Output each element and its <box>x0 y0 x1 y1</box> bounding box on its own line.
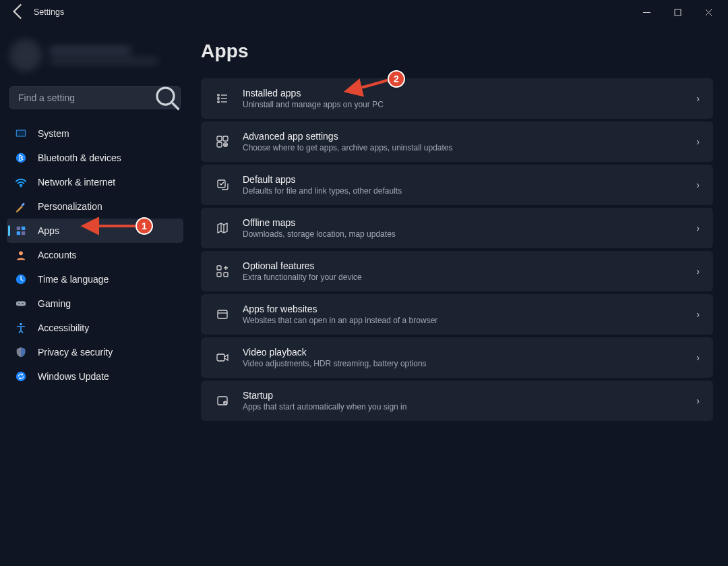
row-title: Video playback <box>243 347 684 358</box>
back-button[interactable] <box>8 2 27 23</box>
avatar <box>9 39 42 72</box>
sidebar-item-accounts[interactable]: Accounts <box>7 243 183 267</box>
row-optional-features[interactable]: Optional featuresExtra functionality for… <box>201 251 713 291</box>
row-subtitle: Uninstall and manage apps on your PC <box>243 100 684 109</box>
sidebar-item-personalization[interactable]: Personalization <box>7 194 183 219</box>
sidebar-item-label: Accounts <box>38 250 77 260</box>
sidebar-item-label: Windows Update <box>38 371 109 382</box>
sidebar-item-update[interactable]: Windows Update <box>7 364 183 389</box>
svg-point-4 <box>157 88 174 105</box>
clock-icon <box>13 272 28 287</box>
gaming-icon <box>13 296 28 311</box>
search-wrapper <box>9 86 181 109</box>
user-profile[interactable] <box>9 34 181 77</box>
sidebar-item-label: System <box>38 128 69 139</box>
page-title: Apps <box>201 40 713 62</box>
svg-rect-30 <box>217 142 222 147</box>
svg-rect-1 <box>675 9 681 16</box>
svg-rect-7 <box>17 131 26 136</box>
sidebar-item-apps[interactable]: Apps <box>7 219 183 243</box>
sidebar: System Bluetooth & devices Network & int… <box>0 24 189 566</box>
svg-point-22 <box>218 94 220 96</box>
settings-list: Installed appsUninstall and manage apps … <box>201 78 713 421</box>
add-grid-icon <box>214 264 231 278</box>
row-startup[interactable]: StartupApps that start automatically whe… <box>201 380 713 421</box>
row-subtitle: Apps that start automatically when you s… <box>243 402 684 412</box>
sidebar-item-bluetooth[interactable]: Bluetooth & devices <box>7 146 183 170</box>
map-icon <box>214 221 231 235</box>
svg-point-9 <box>20 186 22 188</box>
row-apps-for-websites[interactable]: Apps for websitesWebsites that can open … <box>201 294 713 335</box>
svg-rect-39 <box>217 354 224 361</box>
row-title: Offline maps <box>243 217 684 228</box>
row-title: Optional features <box>243 260 684 271</box>
chevron-right-icon: › <box>696 93 700 104</box>
svg-point-24 <box>218 98 220 100</box>
default-apps-icon <box>214 178 231 192</box>
user-icon <box>13 248 28 262</box>
apps-icon <box>13 223 28 238</box>
chevron-right-icon: › <box>696 266 700 277</box>
sidebar-item-accessibility[interactable]: Accessibility <box>7 316 183 340</box>
list-icon <box>214 92 231 105</box>
row-title: Advanced app settings <box>243 131 684 142</box>
row-title: Installed apps <box>243 88 684 98</box>
row-offline-maps[interactable]: Offline mapsDownloads, storage location,… <box>201 208 713 248</box>
update-icon <box>13 369 28 384</box>
row-video-playback[interactable]: Video playbackVideo adjustments, HDR str… <box>201 337 713 378</box>
svg-point-18 <box>18 303 20 304</box>
row-title: Apps for websites <box>243 304 684 314</box>
row-default-apps[interactable]: Default appsDefaults for file and link t… <box>201 165 713 205</box>
svg-point-32 <box>225 144 226 146</box>
svg-point-20 <box>20 323 22 326</box>
sidebar-item-label: Network & internet <box>38 177 115 188</box>
svg-point-15 <box>19 251 23 255</box>
sidebar-item-time[interactable]: Time & language <box>7 267 183 291</box>
sidebar-item-privacy[interactable]: Privacy & security <box>7 340 183 364</box>
svg-rect-36 <box>224 273 228 277</box>
svg-rect-12 <box>22 227 25 230</box>
shield-icon <box>13 345 28 360</box>
row-installed-apps[interactable]: Installed appsUninstall and manage apps … <box>201 78 713 119</box>
sidebar-item-label: Time & language <box>38 274 109 285</box>
chevron-right-icon: › <box>696 352 700 363</box>
sidebar-item-system[interactable]: System <box>7 121 183 146</box>
row-subtitle: Websites that can open in an app instead… <box>243 316 684 325</box>
sidebar-item-label: Personalization <box>38 201 102 212</box>
sidebar-item-label: Accessibility <box>38 322 89 333</box>
svg-rect-35 <box>217 273 221 277</box>
system-icon <box>13 126 28 141</box>
svg-point-31 <box>224 143 228 147</box>
sidebar-item-gaming[interactable]: Gaming <box>7 291 183 316</box>
chevron-right-icon: › <box>696 223 700 233</box>
sidebar-item-label: Apps <box>38 225 59 236</box>
annotation-badge-2: 2 <box>388 70 405 88</box>
row-subtitle: Video adjustments, HDR streaming, batter… <box>243 359 684 368</box>
sidebar-item-network[interactable]: Network & internet <box>7 170 183 194</box>
row-advanced-app-settings[interactable]: Advanced app settingsChoose where to get… <box>201 121 713 162</box>
sidebar-item-label: Gaming <box>38 298 71 309</box>
search-button[interactable] <box>154 86 181 109</box>
maximize-button[interactable] <box>662 1 693 23</box>
accessibility-icon <box>13 320 28 335</box>
row-subtitle: Extra functionality for your device <box>243 273 684 282</box>
row-subtitle: Choose where to get apps, archive apps, … <box>243 143 684 152</box>
paint-icon <box>13 199 28 214</box>
chevron-right-icon: › <box>696 179 700 190</box>
chevron-right-icon: › <box>696 136 700 147</box>
svg-point-21 <box>16 372 26 381</box>
svg-rect-33 <box>218 180 225 188</box>
window-icon <box>214 308 231 321</box>
svg-point-26 <box>218 101 220 103</box>
window-title: Settings <box>34 7 64 17</box>
svg-rect-14 <box>22 231 25 235</box>
close-button[interactable] <box>693 1 724 23</box>
wifi-icon <box>13 175 28 190</box>
svg-rect-34 <box>217 266 221 270</box>
svg-rect-13 <box>17 231 20 235</box>
svg-rect-29 <box>223 136 228 141</box>
bluetooth-icon <box>13 150 28 165</box>
row-subtitle: Defaults for file and link types, other … <box>243 186 684 196</box>
row-title: Default apps <box>243 174 684 185</box>
minimize-button[interactable] <box>631 1 662 23</box>
